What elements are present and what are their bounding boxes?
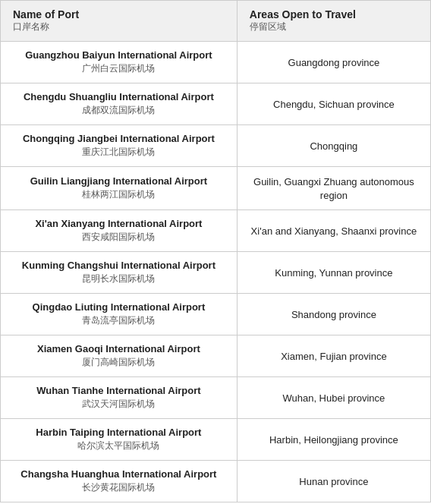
port-chinese-name: 青岛流亭国际机场 <box>13 314 225 327</box>
port-cell: Wuhan Tianhe International Airport武汉天河国际… <box>1 377 237 419</box>
port-english-name: Guilin Liangjiang International Airport <box>13 175 225 187</box>
area-cell: Guilin, Guangxi Zhuang autonomous region <box>237 167 430 210</box>
area-text: Guangdong province <box>288 57 380 68</box>
area-cell: Xiamen, Fujian province <box>237 335 430 377</box>
header-sub-label: 口岸名称 <box>13 20 225 33</box>
port-cell: Guangzhou Baiyun International Airport广州… <box>1 42 237 83</box>
port-english-name: Qingdao Liuting International Airport <box>13 301 225 313</box>
area-cell: Hunan province <box>237 461 430 502</box>
port-cell: Qingdao Liuting International Airport青岛流… <box>1 294 237 335</box>
area-cell: Guangdong province <box>237 42 430 83</box>
area-cell: Chongqing <box>237 125 430 167</box>
port-english-name: Chengdu Shuangliu International Airport <box>13 91 225 102</box>
port-chinese-name: 西安咸阳国际机场 <box>13 231 225 244</box>
port-cell: Harbin Taiping International Airport哈尔滨太… <box>1 419 237 461</box>
port-cell: Changsha Huanghua International Airport长… <box>1 461 237 502</box>
area-cell: Chengdu, Sichuan province <box>237 83 430 125</box>
table-row: Xi'an Xianyang International Airport西安咸阳… <box>1 210 430 252</box>
main-table-container: Name of Port口岸名称Areas Open to Travel停留区域… <box>0 0 431 502</box>
port-cell: Xi'an Xianyang International Airport西安咸阳… <box>1 210 237 252</box>
table-row: Guangzhou Baiyun International Airport广州… <box>1 42 430 83</box>
area-cell: Xi'an and Xianyang, Shaanxi province <box>237 210 430 252</box>
port-english-name: Guangzhou Baiyun International Airport <box>13 49 225 61</box>
table-row: Harbin Taiping International Airport哈尔滨太… <box>1 419 430 461</box>
area-text: Wuhan, Hubei province <box>282 392 385 404</box>
header-main-label: Name of Port <box>13 8 225 20</box>
port-chinese-name: 广州白云国际机场 <box>13 62 225 75</box>
table-row: Kunming Changshui International Airport昆… <box>1 252 430 294</box>
port-chinese-name: 昆明长水国际机场 <box>13 272 225 285</box>
area-text: Xiamen, Fujian province <box>281 351 386 362</box>
port-english-name: Changsha Huanghua International Airport <box>13 468 225 480</box>
area-cell: Wuhan, Hubei province <box>237 377 430 419</box>
port-chinese-name: 重庆江北国际机场 <box>13 146 225 159</box>
header-sub-label: 停留区域 <box>250 20 418 33</box>
port-cell: Chongqing Jiangbei International Airport… <box>1 125 237 167</box>
port-cell: Kunming Changshui International Airport昆… <box>1 252 237 294</box>
port-chinese-name: 哈尔滨太平国际机场 <box>13 439 225 452</box>
port-chinese-name: 桂林两江国际机场 <box>13 188 225 201</box>
table-row: Chengdu Shuangliu International Airport成… <box>1 83 430 125</box>
area-cell: Harbin, Heilongjiang province <box>237 419 430 461</box>
port-cell: Xiamen Gaoqi International Airport厦门高崎国际… <box>1 335 237 377</box>
header-main-label: Areas Open to Travel <box>250 8 418 20</box>
table-row: Qingdao Liuting International Airport青岛流… <box>1 294 430 335</box>
port-english-name: Chongqing Jiangbei International Airport <box>13 133 225 144</box>
area-text: Kunming, Yunnan province <box>275 267 392 279</box>
port-english-name: Kunming Changshui International Airport <box>13 260 225 271</box>
area-text: Chongqing <box>310 140 357 152</box>
port-english-name: Harbin Taiping International Airport <box>13 427 225 438</box>
area-text: Harbin, Heilongjiang province <box>269 434 398 446</box>
port-chinese-name: 武汉天河国际机场 <box>13 398 225 411</box>
port-english-name: Xi'an Xianyang International Airport <box>13 218 225 229</box>
table-row: Chongqing Jiangbei International Airport… <box>1 125 430 167</box>
area-cell: Shandong province <box>237 294 430 335</box>
header-area: Areas Open to Travel停留区域 <box>237 1 430 42</box>
port-cell: Guilin Liangjiang International Airport桂… <box>1 167 237 210</box>
port-english-name: Xiamen Gaoqi International Airport <box>13 343 225 354</box>
port-chinese-name: 厦门高崎国际机场 <box>13 356 225 369</box>
area-text: Chengdu, Sichuan province <box>273 99 395 110</box>
area-text: Guilin, Guangxi Zhuang autonomous region <box>253 176 414 201</box>
port-cell: Chengdu Shuangliu International Airport成… <box>1 83 237 125</box>
table-row: Wuhan Tianhe International Airport武汉天河国际… <box>1 377 430 419</box>
area-text: Shandong province <box>291 309 376 320</box>
table-row: Changsha Huanghua International Airport长… <box>1 461 430 502</box>
area-cell: Kunming, Yunnan province <box>237 252 430 294</box>
header-port: Name of Port口岸名称 <box>1 1 237 42</box>
table-row: Xiamen Gaoqi International Airport厦门高崎国际… <box>1 335 430 377</box>
area-text: Hunan province <box>299 476 368 487</box>
port-chinese-name: 长沙黄花国际机场 <box>13 481 225 494</box>
area-text: Xi'an and Xianyang, Shaanxi province <box>251 225 417 237</box>
port-english-name: Wuhan Tianhe International Airport <box>13 385 225 396</box>
port-chinese-name: 成都双流国际机场 <box>13 104 225 117</box>
table-row: Guilin Liangjiang International Airport桂… <box>1 167 430 210</box>
